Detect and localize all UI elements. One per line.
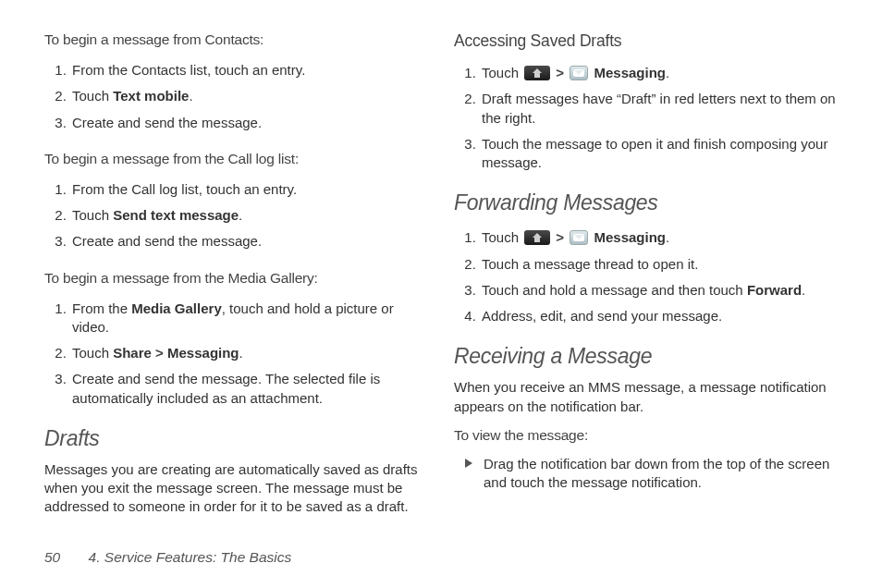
step: Touch the message to open it and finish …	[480, 131, 838, 177]
bullets-view-message: Drag the notification bar down from the …	[454, 453, 838, 495]
text: .	[666, 229, 669, 245]
ui-label: Messaging	[594, 229, 666, 245]
steps-accessing-saved-drafts: Touch > Messaging. Draft messages have “…	[454, 60, 838, 176]
step: Create and send the message. The selecte…	[70, 366, 428, 411]
ui-label: Messaging	[167, 345, 239, 361]
steps-calllog: From the Call log list, touch an entry. …	[44, 177, 428, 255]
step: Touch > Messaging.	[480, 225, 838, 251]
breadcrumb-separator: >	[552, 229, 568, 245]
breadcrumb-separator: >	[152, 345, 167, 361]
step: Touch Share > Messaging.	[70, 340, 428, 366]
heading-drafts: Drafts	[44, 426, 428, 451]
chapter-title: 4. Service Features: The Basics	[89, 549, 292, 565]
text: .	[239, 345, 243, 361]
step: Touch a message thread to open it.	[480, 251, 838, 277]
step: From the Contacts list, touch an entry.	[70, 57, 428, 83]
step: Address, edit, and send your message.	[480, 303, 838, 329]
steps-media-gallery: From the Media Gallery, touch and hold a…	[44, 296, 428, 411]
text: Touch	[72, 345, 113, 361]
ui-label: Media Gallery	[131, 300, 222, 316]
step: Draft messages have “Draft” in red lette…	[480, 86, 838, 131]
manual-page: To begin a message from Contacts: From t…	[0, 0, 882, 588]
step: Touch Send text message.	[70, 202, 428, 228]
intro-contacts: To begin a message from Contacts:	[44, 31, 428, 48]
step: Create and send the message.	[70, 110, 428, 136]
heading-receiving-message: Receiving a Message	[454, 344, 838, 369]
bullet: Drag the notification bar down from the …	[471, 453, 838, 495]
step: From the Call log list, touch an entry.	[70, 177, 428, 202]
right-column: Accessing Saved Drafts Touch > Messaging…	[454, 31, 838, 528]
left-column: To begin a message from Contacts: From t…	[44, 31, 428, 528]
home-icon	[524, 66, 550, 80]
ui-label: Text mobile	[113, 88, 189, 104]
text: Touch	[72, 207, 113, 223]
home-icon	[524, 230, 550, 245]
text: .	[239, 207, 242, 223]
heading-forwarding-messages: Forwarding Messages	[454, 190, 838, 215]
ui-label: Forward	[747, 282, 802, 298]
text: Touch and hold a message and then touch	[482, 282, 747, 298]
step: From the Media Gallery, touch and hold a…	[70, 296, 428, 341]
intro-view-message: To view the message:	[454, 427, 838, 444]
steps-forwarding-messages: Touch > Messaging. Touch a message threa…	[454, 225, 838, 329]
text: Touch	[482, 229, 522, 245]
two-column-layout: To begin a message from Contacts: From t…	[44, 31, 838, 528]
messaging-icon	[570, 66, 588, 80]
paragraph-drafts: Messages you are creating are automatica…	[44, 460, 428, 517]
ui-label: Share	[113, 345, 152, 361]
breadcrumb-separator: >	[552, 65, 568, 80]
intro-calllog: To begin a message from the Call log lis…	[44, 151, 428, 167]
ui-label: Send text message	[113, 207, 239, 223]
text: .	[189, 88, 192, 104]
step: Touch > Messaging.	[480, 60, 838, 86]
text: From the	[72, 300, 131, 316]
step: Create and send the message.	[70, 228, 428, 254]
page-number: 50	[44, 549, 60, 565]
text: Touch	[72, 88, 113, 104]
heading-accessing-saved-drafts: Accessing Saved Drafts	[454, 31, 838, 51]
step: Touch Text mobile.	[70, 83, 428, 109]
intro-media-gallery: To begin a message from the Media Galler…	[44, 270, 428, 287]
messaging-icon	[570, 230, 588, 245]
text: .	[802, 282, 805, 298]
step: Touch and hold a message and then touch …	[480, 277, 838, 303]
text: Touch	[482, 65, 522, 80]
page-footer: 50 4. Service Features: The Basics	[44, 549, 291, 566]
paragraph-receiving-message: When you receive an MMS message, a messa…	[454, 378, 838, 416]
text: .	[666, 65, 669, 80]
ui-label: Messaging	[594, 65, 666, 80]
steps-contacts: From the Contacts list, touch an entry. …	[44, 57, 428, 136]
